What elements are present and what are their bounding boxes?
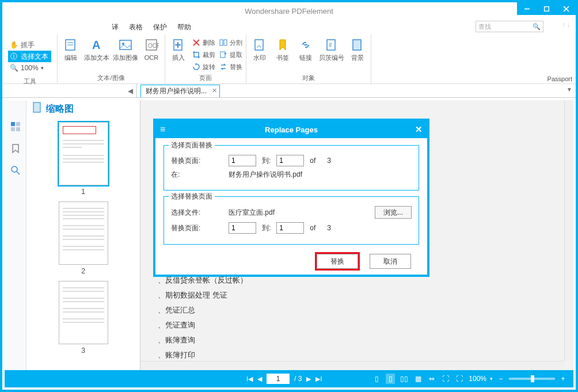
section-legend: 选择替换页面: [169, 192, 215, 201]
crop-button[interactable]: 裁剪: [192, 49, 215, 60]
fullscreen-icon[interactable]: ⛶: [455, 375, 464, 383]
title-bar: Wondershare PDFelement: [2, 2, 576, 20]
bookmark-button[interactable]: 书签: [273, 37, 292, 61]
collapse-icon[interactable]: ◀: [128, 87, 133, 95]
split-button[interactable]: 分割: [219, 37, 242, 48]
watermark-button[interactable]: 水印: [250, 37, 269, 61]
zoom-in-icon[interactable]: +: [558, 375, 568, 383]
fit-width-icon[interactable]: ⇔: [427, 375, 436, 383]
close-button[interactable]: [556, 2, 576, 15]
minimize-button[interactable]: [517, 2, 537, 15]
link-button[interactable]: 链接: [296, 37, 315, 61]
zoom-slider[interactable]: [509, 378, 555, 380]
insert-button[interactable]: 插入: [169, 37, 188, 61]
continuous-icon[interactable]: ▯: [386, 374, 395, 384]
doc-line: 、凭证汇总: [158, 303, 248, 318]
arrow-down-icon[interactable]: ↓: [566, 21, 570, 29]
addimg-button[interactable]: 添加图像: [113, 37, 138, 61]
cursor-icon: Ⓘ: [9, 52, 18, 62]
search-box[interactable]: 查找 🔍: [476, 21, 543, 32]
crop-icon: [192, 50, 201, 59]
to-page-input-2[interactable]: [276, 222, 304, 234]
svg-rect-1: [544, 6, 549, 11]
last-page-icon[interactable]: ▶I: [315, 375, 322, 383]
next-page-icon[interactable]: ▶: [306, 375, 311, 383]
passport-button[interactable]: Passport: [547, 37, 572, 82]
zoom-out-icon[interactable]: −: [496, 375, 505, 383]
delete-button[interactable]: 删除: [192, 37, 215, 48]
zoom-value: 100%: [469, 375, 486, 383]
to-page-input[interactable]: [276, 155, 304, 166]
arrow-up-icon[interactable]: ↑: [562, 21, 565, 29]
side-tabs: [5, 100, 26, 370]
from-page-input[interactable]: [229, 155, 256, 166]
first-page-icon[interactable]: I◀: [246, 375, 253, 383]
tab-dropdown-icon[interactable]: ▼: [566, 86, 572, 93]
nav-arrows: ↑ ↓: [562, 21, 570, 29]
extract-button[interactable]: 提取: [219, 49, 242, 60]
browse-button[interactable]: 浏览...: [375, 206, 412, 219]
status-bar: I◀ ◀ 1 / 3 ▶ ▶I ▯ ▯ ▯▯ ▦ ⇔ ⛶ ⛶ 100% ▾ − …: [5, 370, 573, 387]
two-page-icon[interactable]: ▯▯: [400, 375, 409, 383]
edit-button[interactable]: 编辑: [61, 37, 81, 61]
watermark-icon: [252, 37, 268, 53]
split-icon: [219, 38, 228, 47]
dialog-menu-icon[interactable]: ≡: [160, 124, 165, 135]
addtext-button[interactable]: A添加文本: [84, 37, 109, 61]
total-pages: 3: [327, 224, 331, 232]
page-icon: [32, 102, 43, 116]
background-button[interactable]: 背景: [348, 37, 367, 61]
horizontal-scrollbar[interactable]: [140, 361, 564, 370]
prev-page-icon[interactable]: ◀: [257, 375, 262, 383]
tab-close-icon[interactable]: ✕: [212, 87, 217, 94]
thumb-num: 2: [59, 265, 108, 275]
menu-item[interactable]: 译: [112, 22, 119, 32]
maximize-button[interactable]: [537, 2, 556, 15]
dialog-close-icon[interactable]: ✕: [415, 124, 423, 135]
svg-rect-27: [16, 127, 20, 131]
replace-button[interactable]: 替换: [219, 61, 242, 73]
replace-pages-label: 替换页面:: [171, 156, 223, 166]
svg-rect-18: [224, 40, 227, 45]
grab-tool[interactable]: ✋抓手: [8, 39, 51, 51]
extract-icon: [219, 50, 228, 59]
zoom-tool[interactable]: 🔍100%▾: [8, 62, 51, 74]
thumbnail-page[interactable]: 1: [59, 122, 108, 196]
select-text-tool[interactable]: Ⓘ选择文本: [8, 51, 51, 62]
bates-icon: #: [324, 37, 340, 53]
from-page-input-2[interactable]: [229, 222, 256, 234]
in-file: 财务用户操作说明书.pdf: [229, 170, 302, 180]
grid-icon[interactable]: ▦: [413, 375, 423, 383]
ocr-button[interactable]: OCROCR: [142, 37, 161, 61]
single-page-icon[interactable]: ▯: [372, 375, 381, 383]
group-label-text: 文本/图像: [97, 73, 124, 82]
thumbnails-tab-icon[interactable]: [9, 120, 22, 134]
thumbnail-page[interactable]: 3: [59, 281, 108, 355]
zoom-dropdown-icon[interactable]: ▾: [490, 376, 493, 382]
section-original: 选择页面替换 替换页面: 到: of 3 在: 财务用户操作说明书.pdf: [163, 145, 419, 191]
cancel-button[interactable]: 取消: [370, 254, 411, 269]
menu-item[interactable]: 表格: [129, 22, 143, 32]
menu-item[interactable]: 帮助: [177, 22, 191, 32]
section-legend: 选择页面替换: [169, 140, 215, 150]
bookmarks-tab-icon[interactable]: [9, 142, 22, 155]
page-number-box[interactable]: 1: [267, 374, 290, 384]
ribbon: ✋抓手 Ⓘ选择文本 🔍100%▾ 工具 编辑 A添加文本 添加图像 OCROCR…: [2, 35, 576, 84]
fit-page-icon[interactable]: ⛶: [441, 375, 450, 383]
svg-rect-26: [11, 127, 15, 131]
document-tab[interactable]: 财务用户操作说明... ✕: [140, 85, 220, 97]
text-icon: A: [89, 37, 105, 53]
rotate-button[interactable]: 旋转: [192, 61, 215, 73]
search-tab-icon[interactable]: [9, 163, 22, 177]
menu-item[interactable]: 保护: [153, 22, 167, 32]
thumb-num: 1: [59, 185, 108, 196]
vertical-scrollbar[interactable]: [564, 100, 573, 361]
doc-line: 、凭证查询: [158, 318, 248, 333]
svg-rect-17: [220, 40, 223, 45]
thumbnail-page[interactable]: 2: [59, 201, 108, 275]
replace-pages-label: 替换页面:: [171, 223, 223, 233]
thumbnail-panel: 缩略图 1 2 3: [26, 100, 140, 370]
replace-confirm-button[interactable]: 替换: [317, 254, 358, 269]
bates-button[interactable]: #贝茨编号: [319, 37, 344, 61]
thumb-num: 3: [59, 344, 108, 355]
